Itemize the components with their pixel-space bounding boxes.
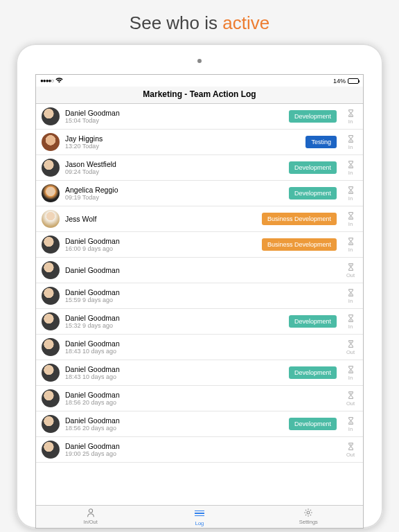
user-name: Daniel Goodman — [65, 288, 344, 296]
log-row[interactable]: Daniel Goodman18:43 10 days agoOut — [36, 335, 363, 360]
tab-label: In/Out — [36, 519, 145, 525]
timestamp: 15:04 Today — [65, 117, 289, 124]
status-indicator: In — [344, 109, 357, 125]
status-label: In — [344, 247, 357, 253]
category-tag[interactable]: Development — [289, 418, 337, 430]
status-indicator: In — [344, 134, 357, 150]
tab-settings[interactable]: Settings — [254, 506, 363, 528]
avatar — [42, 210, 60, 228]
user-name: Daniel Goodman — [65, 391, 344, 399]
category-tag[interactable]: Development — [289, 161, 337, 174]
avatar — [42, 261, 60, 279]
avatar — [42, 415, 60, 433]
tab-label: Log — [145, 520, 254, 526]
log-row[interactable]: Jason Westfield09:24 TodayDevelopmentIn — [36, 155, 363, 181]
row-info: Angelica Reggio09:19 Today — [65, 186, 289, 201]
category-tag[interactable]: Development — [289, 366, 337, 379]
user-name: Daniel Goodman — [65, 109, 289, 117]
category-tag[interactable]: Business Development — [262, 238, 337, 251]
log-row[interactable]: Daniel GoodmanOut — [36, 258, 363, 283]
row-info: Jay Higgins13:20 Today — [65, 134, 305, 150]
user-name: Jess Wolf — [65, 215, 262, 223]
hourglass-icon — [344, 211, 357, 220]
status-label: In — [344, 323, 357, 330]
hourglass-icon — [344, 134, 357, 143]
battery-icon — [348, 78, 359, 84]
status-indicator: In — [344, 365, 357, 381]
status-label: In — [344, 195, 357, 202]
row-info: Daniel Goodman15:32 9 days ago — [65, 314, 289, 329]
status-indicator: Out — [344, 391, 357, 407]
row-info: Jason Westfield09:24 Today — [65, 160, 289, 175]
tab-label: Settings — [254, 519, 363, 525]
status-label: Out — [344, 272, 357, 278]
status-label: Out — [344, 349, 357, 355]
status-indicator: In — [344, 314, 357, 330]
row-info: Daniel Goodman18:56 20 days ago — [65, 416, 289, 432]
category-tag[interactable]: Development — [289, 315, 337, 328]
log-list[interactable]: Daniel Goodman15:04 TodayDevelopmentInJa… — [36, 104, 363, 505]
log-row[interactable]: Daniel Goodman15:32 9 days agoDevelopmen… — [36, 309, 363, 335]
hourglass-icon — [344, 339, 357, 348]
user-name: Daniel Goodman — [65, 237, 262, 245]
timestamp: 18:43 10 days ago — [65, 348, 344, 355]
tab-log[interactable]: Log — [145, 506, 254, 528]
timestamp: 18:56 20 days ago — [65, 425, 289, 432]
category-tag[interactable]: Business Development — [262, 213, 337, 225]
status-right: 14% — [333, 78, 359, 85]
row-info: Daniel Goodman15:04 Today — [65, 109, 289, 124]
device-frame: ●●●●○ 14% Marketing - Team Action Log Da… — [16, 44, 383, 529]
status-label: In — [344, 298, 357, 304]
timestamp: 15:59 9 days ago — [65, 296, 344, 303]
hourglass-icon — [344, 237, 357, 246]
svg-point-1 — [307, 511, 310, 514]
log-row[interactable]: Daniel Goodman16:00 9 days agoBusiness D… — [36, 232, 363, 258]
category-tag[interactable]: Development — [289, 110, 337, 123]
user-name: Angelica Reggio — [65, 186, 289, 194]
timestamp: 13:20 Today — [65, 143, 305, 150]
user-name: Daniel Goodman — [65, 416, 289, 425]
row-info: Daniel Goodman18:43 10 days ago — [65, 339, 344, 355]
hourglass-icon — [344, 391, 357, 400]
signal-icon: ●●●●○ — [40, 78, 53, 84]
hourglass-icon — [344, 288, 357, 297]
user-name: Jason Westfield — [65, 160, 289, 168]
log-row[interactable]: Jess WolfBusiness DevelopmentIn — [36, 206, 363, 232]
timestamp: 15:32 9 days ago — [65, 322, 289, 329]
status-label: In — [344, 170, 357, 176]
avatar — [42, 107, 60, 125]
log-row[interactable]: Angelica Reggio09:19 TodayDevelopmentIn — [36, 181, 363, 206]
log-row[interactable]: Daniel Goodman15:04 TodayDevelopmentIn — [36, 104, 363, 130]
status-label: In — [344, 375, 357, 381]
hourglass-icon — [344, 263, 357, 272]
category-tag[interactable]: Testing — [305, 136, 337, 148]
status-label: In — [344, 118, 357, 125]
log-row[interactable]: Daniel Goodman19:00 25 days agoOut — [36, 437, 363, 463]
avatar — [42, 389, 60, 407]
avatar — [42, 159, 60, 177]
log-row[interactable]: Jay Higgins13:20 TodayTestingIn — [36, 130, 363, 155]
log-row[interactable]: Daniel Goodman18:56 20 days agoOut — [36, 386, 363, 411]
row-info: Jess Wolf — [65, 215, 262, 223]
status-indicator: In — [344, 416, 357, 432]
timestamp: 18:56 20 days ago — [65, 399, 344, 406]
hourglass-icon — [344, 416, 357, 425]
timestamp: 09:19 Today — [65, 194, 289, 201]
row-info: Daniel Goodman19:00 25 days ago — [65, 442, 344, 457]
hourglass-icon — [344, 186, 357, 195]
category-tag[interactable]: Development — [289, 187, 337, 200]
avatar — [42, 236, 60, 254]
user-name: Daniel Goodman — [65, 365, 289, 373]
timestamp: 19:00 25 days ago — [65, 450, 344, 457]
avatar — [42, 184, 60, 202]
log-row[interactable]: Daniel Goodman18:43 10 days agoDevelopme… — [36, 360, 363, 386]
device-camera — [197, 59, 202, 63]
row-info: Daniel Goodman16:00 9 days ago — [65, 237, 262, 252]
status-label: Out — [344, 400, 357, 407]
status-left: ●●●●○ — [40, 77, 63, 85]
promo-highlight: active — [222, 12, 269, 33]
log-icon — [195, 509, 204, 518]
log-row[interactable]: Daniel Goodman15:59 9 days agoIn — [36, 283, 363, 309]
log-row[interactable]: Daniel Goodman18:56 20 days agoDevelopme… — [36, 411, 363, 437]
tab-inout[interactable]: In/Out — [36, 506, 145, 528]
